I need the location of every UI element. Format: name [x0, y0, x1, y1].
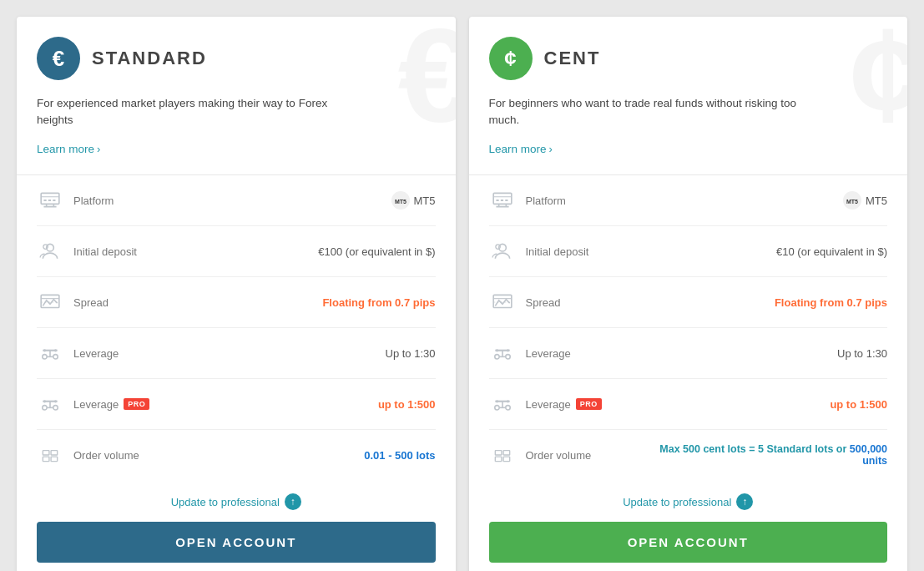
- spread-icon: [37, 289, 63, 316]
- feature-value: up to 1:500: [830, 398, 887, 411]
- feature-label: Platform: [526, 195, 834, 207]
- feature-row-spread: SpreadFloating from 0.7 pips: [489, 277, 888, 328]
- leverage-icon: [489, 391, 516, 417]
- svg-rect-31: [43, 457, 49, 461]
- svg-point-56: [505, 406, 509, 410]
- svg-text:MT5: MT5: [846, 199, 858, 205]
- feature-value: Up to 1:30: [386, 347, 436, 360]
- feature-row-order-volume: Order volumeMax 500 cent lots = 5 Standa…: [489, 430, 888, 480]
- feature-row-platform: Platform MT5 MT5: [489, 175, 888, 226]
- feature-row-order-volume: Order volume0.01 - 500 lots: [37, 430, 436, 480]
- title-row: ¢CENT: [489, 37, 888, 80]
- cards-container: €€STANDARDFor experienced market players…: [0, 0, 924, 571]
- svg-point-55: [494, 406, 498, 410]
- update-professional-link[interactable]: Update to professional ↑: [37, 493, 436, 510]
- mt5-label: MT5: [866, 195, 887, 207]
- svg-rect-62: [495, 451, 502, 455]
- svg-point-16: [53, 355, 58, 359]
- open-account-button[interactable]: OPEN ACCOUNT: [37, 522, 436, 563]
- feature-row-leverage: LeverageUp to 1:30: [37, 328, 436, 379]
- order-icon: [489, 442, 516, 468]
- feature-label-text: Platform: [526, 195, 566, 207]
- feature-value: MT5 MT5: [843, 191, 887, 210]
- svg-point-54: [506, 349, 508, 351]
- svg-rect-65: [503, 457, 510, 461]
- learn-more-link[interactable]: Learn more ›: [37, 143, 100, 155]
- deposit-icon: [37, 238, 63, 265]
- title-row: €STANDARD: [37, 37, 436, 80]
- svg-rect-0: [41, 193, 59, 204]
- learn-more-label: Learn more: [37, 143, 94, 155]
- svg-rect-30: [51, 451, 58, 455]
- update-professional-label: Update to professional: [171, 496, 280, 508]
- feature-label: Initial deposit: [526, 245, 767, 258]
- card-header-standard: €€STANDARDFor experienced market players…: [17, 17, 456, 175]
- update-professional-link[interactable]: Update to professional ↑: [489, 493, 888, 510]
- svg-point-21: [54, 349, 57, 351]
- feature-label-text: Spread: [73, 296, 109, 309]
- platform-icon: [489, 187, 516, 214]
- leverage-icon: [37, 340, 63, 366]
- leverage-icon: [37, 391, 63, 417]
- feature-label-text: Leverage: [73, 398, 119, 411]
- learn-more-label: Learn more: [489, 143, 547, 155]
- feature-row-leverage: LeverageUp to 1:30: [489, 328, 888, 379]
- svg-point-49: [505, 355, 509, 359]
- feature-row-spread: SpreadFloating from 0.7 pips: [37, 277, 436, 328]
- svg-point-53: [495, 349, 497, 351]
- feature-value: Floating from 0.7 pips: [775, 296, 887, 309]
- feature-label-text: Leverage: [526, 347, 571, 360]
- feature-value: MT5 MT5: [391, 191, 436, 210]
- card-description: For experienced market players making th…: [37, 95, 354, 129]
- learn-more-arrow-icon: ›: [549, 143, 553, 155]
- feature-label-text: Initial deposit: [526, 245, 589, 258]
- feature-value: up to 1:500: [378, 398, 436, 411]
- deposit-icon: [489, 238, 516, 265]
- svg-rect-63: [503, 451, 510, 455]
- feature-value: €100 (or equivalent in $): [318, 245, 435, 258]
- card-cent: ¢¢CENTFor beginners who want to trade re…: [469, 17, 908, 571]
- svg-point-28: [54, 400, 57, 402]
- svg-point-15: [43, 355, 47, 359]
- svg-rect-36: [500, 200, 502, 201]
- svg-point-27: [43, 400, 46, 402]
- svg-rect-4: [53, 200, 55, 201]
- pro-badge: PRO: [576, 398, 602, 410]
- card-standard: €€STANDARDFor experienced market players…: [17, 17, 456, 571]
- svg-rect-35: [496, 200, 498, 201]
- feature-label: Initial deposit: [73, 245, 308, 258]
- learn-more-link[interactable]: Learn more ›: [489, 143, 553, 155]
- feature-row-leverage-pro: LeveragePROup to 1:500: [489, 379, 888, 430]
- account-title: STANDARD: [92, 48, 207, 69]
- card-footer: Update to professional ↑ OPEN ACCOUNT: [17, 480, 456, 571]
- feature-value: Up to 1:30: [837, 347, 887, 360]
- feature-label-text: Platform: [73, 195, 114, 207]
- open-account-button[interactable]: OPEN ACCOUNT: [489, 522, 888, 563]
- feature-row-initial-deposit: Initial deposit€100 (or equivalent in $): [37, 226, 436, 277]
- feature-row-platform: Platform MT5 MT5: [37, 175, 436, 226]
- feature-label: Spread: [73, 296, 312, 309]
- leverage-icon: [489, 340, 516, 366]
- feature-label-text: Order volume: [73, 449, 139, 462]
- account-title: CENT: [544, 48, 601, 69]
- feature-row-initial-deposit: Initial deposit€10 (or equivalent in $): [489, 226, 888, 277]
- feature-label: Leverage: [526, 347, 828, 360]
- account-icon-cent: ¢: [489, 37, 533, 80]
- card-body: Platform MT5 MT5 Initial deposit€100 (or…: [17, 175, 456, 480]
- svg-rect-33: [493, 193, 512, 204]
- feature-label: Order volume: [73, 449, 354, 462]
- svg-point-48: [494, 355, 498, 359]
- svg-rect-2: [43, 200, 46, 201]
- feature-value: €10 (or equivalent in $): [776, 245, 887, 258]
- feature-label-text: Spread: [526, 296, 561, 309]
- mt5-label: MT5: [414, 195, 436, 207]
- feature-value: 0.01 - 500 lots: [364, 449, 435, 462]
- svg-rect-32: [51, 457, 58, 461]
- update-professional-label: Update to professional: [623, 496, 731, 508]
- pro-badge: PRO: [124, 398, 149, 410]
- svg-point-60: [495, 400, 497, 402]
- feature-label: LeveragePRO: [73, 398, 368, 411]
- svg-text:MT5: MT5: [395, 199, 406, 205]
- highlighted-units: 500,000units: [850, 443, 887, 467]
- feature-label: LeveragePRO: [526, 398, 820, 411]
